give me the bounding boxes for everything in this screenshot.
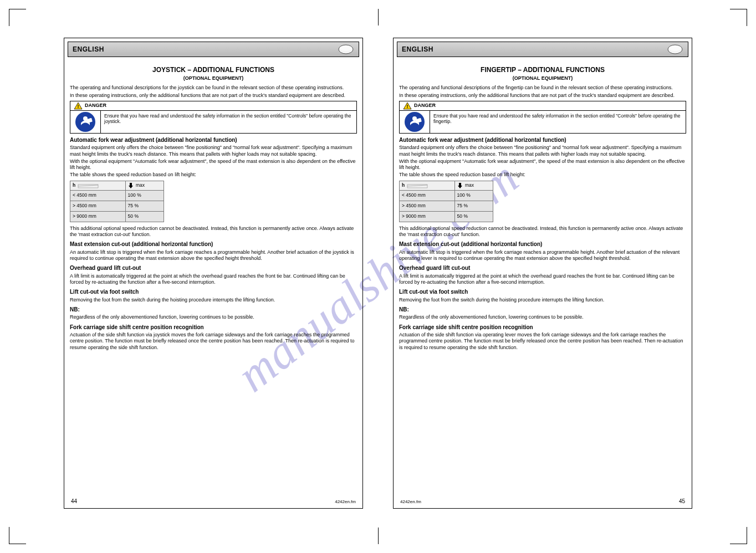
tbl-r1c1: < 4500 mm — [400, 190, 455, 201]
page-number: 45 — [679, 498, 685, 505]
section-4-heading: Lift cut-out via foot switch — [70, 289, 357, 296]
tbl-r2c2: 75 % — [454, 201, 493, 211]
tbl-r3c1: > 9000 mm — [70, 211, 126, 222]
svg-rect-20 — [459, 183, 461, 186]
tbl-r2c1: > 4500 mm — [400, 201, 455, 211]
speed-table: h max < 4500 mm100 % > 4500 mm75 % > 900… — [399, 181, 493, 222]
intro-2: In these operating instructions, only th… — [70, 93, 357, 99]
footnote: 4242en.fm — [400, 499, 421, 505]
warning-box: ! DANGER Ensure that you have read and u… — [70, 101, 357, 134]
intro-1: The operating and functional description… — [70, 85, 357, 91]
warning-text: Ensure that you have read and understood… — [430, 111, 686, 133]
page-number: 44 — [71, 498, 77, 505]
section-4-heading: Lift cut-out via foot switch — [399, 289, 686, 296]
lang-label: ENGLISH — [68, 45, 104, 54]
warning-text: Ensure that you have read and understood… — [101, 111, 356, 133]
language-flag-icon — [667, 44, 683, 55]
tbl-r2c1: > 4500 mm — [70, 201, 126, 211]
warning-triangle-icon: ! — [74, 102, 83, 110]
section-1-p1: Standard equipment only offers the choic… — [70, 145, 357, 157]
page-title: JOYSTICK – ADDITIONAL FUNCTIONS — [70, 66, 357, 74]
load-icon — [128, 182, 135, 189]
extra-note: This additional optional speed reduction… — [399, 226, 686, 238]
warning-box: ! DANGER Ensure that you have read and u… — [399, 101, 686, 134]
tbl-r1c2: 100 % — [454, 190, 493, 201]
speed-table: h max < 4500 mm100 % > 4500 mm75 % > 900… — [70, 181, 164, 222]
svg-point-12 — [669, 45, 681, 51]
section-1-p2: With the optional equipment "Automatic f… — [70, 158, 357, 171]
tbl-r2c2: 75 % — [125, 201, 164, 211]
page-title: FINGERTIP – ADDITIONAL FUNCTIONS — [399, 66, 686, 74]
language-flag-icon — [338, 44, 354, 55]
tbl-r3c2: 50 % — [454, 211, 493, 222]
section-5-p: Actuation of the side shift function via… — [70, 332, 357, 351]
nb-heading: NB: — [70, 306, 357, 314]
mast-height-icon — [77, 182, 99, 189]
tbl-r3c2: 50 % — [125, 211, 164, 222]
section-1-p1: Standard equipment only offers the choic… — [399, 145, 686, 157]
page-subtitle: (OPTIONAL EQUIPMENT) — [399, 75, 686, 81]
section-1-heading: Automatic fork wear adjustment (addition… — [70, 137, 357, 144]
nb-p: Regardless of the only abovementioned fu… — [70, 314, 357, 320]
section-1-heading: Automatic fork wear adjustment (addition… — [399, 137, 686, 144]
warning-triangle-icon: ! — [403, 102, 412, 110]
page-left: ENGLISH JOYSTICK – ADDITIONAL FUNCTIONS … — [64, 38, 363, 509]
section-4-p: Removing the foot from the switch during… — [70, 297, 357, 303]
footnote: 4242en.fm — [335, 499, 356, 505]
section-5-heading: Fork carriage side shift centre position… — [70, 324, 357, 331]
tbl-r1c1: < 4500 mm — [70, 190, 126, 201]
spread: ENGLISH JOYSTICK – ADDITIONAL FUNCTIONS … — [0, 0, 756, 546]
tbl-r1c2: 100 % — [125, 190, 164, 201]
section-1-p2: With the optional equipment "Automatic f… — [399, 158, 686, 171]
section-1-p3: The table shows the speed reduction base… — [70, 172, 357, 178]
section-5-p: Actuation of the side shift function via… — [399, 332, 686, 351]
section-3-heading: Overhead guard lift cut-out — [70, 265, 357, 272]
svg-marker-10 — [129, 186, 133, 188]
section-3-heading: Overhead guard lift cut-out — [399, 265, 686, 272]
section-2-p: An automatic lift stop is triggered when… — [70, 249, 357, 262]
svg-marker-21 — [458, 186, 462, 188]
svg-point-1 — [340, 45, 352, 51]
read-manual-icon — [74, 111, 96, 133]
svg-text:!: ! — [407, 104, 408, 109]
read-manual-icon — [403, 111, 426, 133]
svg-text:!: ! — [78, 104, 79, 109]
svg-line-8 — [78, 185, 98, 186]
section-3-p: A lift limit is automatically triggered … — [399, 273, 686, 286]
load-icon — [457, 182, 464, 189]
section-5-heading: Fork carriage side shift centre position… — [399, 324, 686, 331]
extra-note: This additional optional speed reduction… — [70, 226, 357, 238]
page-header: ENGLISH — [68, 42, 359, 57]
section-2-heading: Mast extension cut-out (additional horiz… — [399, 241, 686, 248]
svg-rect-9 — [130, 183, 132, 186]
nb-heading: NB: — [399, 306, 686, 314]
svg-line-19 — [407, 185, 427, 186]
mast-height-icon — [406, 182, 428, 189]
warning-label: DANGER — [85, 103, 106, 109]
warning-label: DANGER — [414, 103, 436, 109]
nb-p: Regardless of the only abovementioned fu… — [399, 314, 686, 320]
section-2-p: An automatic lift stop is triggered when… — [399, 249, 686, 262]
page-subtitle: (OPTIONAL EQUIPMENT) — [70, 75, 357, 81]
intro-1: The operating and functional description… — [399, 85, 686, 91]
page-header: ENGLISH — [397, 42, 688, 57]
intro-2: In these operating instructions, only th… — [399, 93, 686, 99]
lang-label: ENGLISH — [397, 45, 433, 54]
section-1-p3: The table shows the speed reduction base… — [399, 172, 686, 178]
page-right: ENGLISH FINGERTIP – ADDITIONAL FUNCTIONS… — [393, 38, 692, 509]
section-2-heading: Mast extension cut-out (additional horiz… — [70, 241, 357, 248]
section-3-p: A lift limit is automatically triggered … — [70, 273, 357, 286]
section-4-p: Removing the foot from the switch during… — [399, 297, 686, 303]
tbl-r3c1: > 9000 mm — [400, 211, 455, 222]
